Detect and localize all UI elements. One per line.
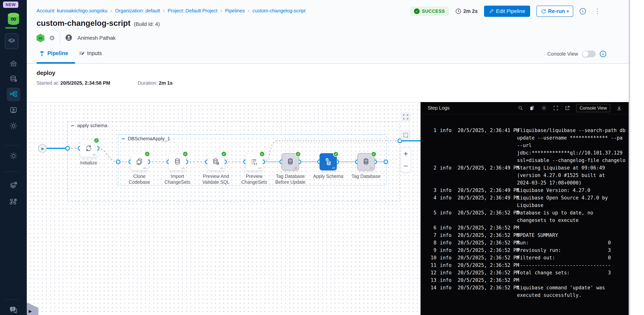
module-selector-button[interactable] xyxy=(5,33,18,49)
sidebar-divider xyxy=(4,172,19,172)
step-node-import-changesets[interactable]: ✓</> xyxy=(169,153,186,170)
help-chat-icon[interactable]: ? xyxy=(7,303,20,315)
group-dbschemaapply[interactable]: − DBSchemaApply_1 xyxy=(122,136,170,142)
more-options-menu[interactable]: ⋮ xyxy=(592,8,602,15)
log-level: info xyxy=(440,254,458,262)
collapse-icon[interactable]: − xyxy=(122,136,125,142)
pipeline-config-gear-icon[interactable]: ⚙ xyxy=(49,34,55,42)
log-level: info xyxy=(440,246,458,254)
sidebar-item-pipeline-settings[interactable] xyxy=(7,195,20,208)
tab-pipeline[interactable]: Pipeline xyxy=(39,50,68,56)
log-line-number: 5 xyxy=(427,209,436,216)
breadcrumb-link[interactable]: Pipelines xyxy=(225,8,245,14)
harness-dbops-logo-icon[interactable]: ∞ xyxy=(6,12,21,26)
template-code-icon: </> xyxy=(220,166,223,170)
run-duration: 2m 2s xyxy=(455,8,478,14)
breadcrumb-link[interactable]: Organization: default xyxy=(115,8,160,14)
marquee-select-button[interactable] xyxy=(401,130,411,140)
sidebar-item-executions[interactable] xyxy=(7,104,20,117)
step-node-clone-codebase[interactable]: ✓</> xyxy=(131,153,148,170)
sidebar-item-settings[interactable] xyxy=(7,119,20,132)
console-view-info-icon[interactable]: i xyxy=(600,51,606,57)
rerun-icon xyxy=(541,8,546,14)
log-row: 11 info 20/5/2025, 2:36:52 PM ----------… xyxy=(427,262,629,269)
step-success-icon: ✓ xyxy=(144,151,150,157)
sidebar-item-account-settings[interactable] xyxy=(7,149,20,162)
log-row: executed successfully. xyxy=(427,292,629,299)
template-code-icon: </> xyxy=(92,153,96,156)
edit-pipeline-button[interactable]: Edit Pipeline xyxy=(484,6,530,17)
log-timestamp: 20/5/2025, 2:36:49 PM xyxy=(458,186,517,194)
collapse-icon[interactable]: − xyxy=(71,123,74,128)
log-message: Starting Liquibase at 09:06:49 xyxy=(517,164,629,172)
rerun-button[interactable]: Re-run ▾ xyxy=(536,6,573,17)
log-message: /liquibase/liquibase --search-path db xyxy=(517,126,629,134)
log-copy-icon[interactable] xyxy=(529,105,535,111)
log-row: 13 info 20/5/2025, 2:36:52 PM xyxy=(427,276,629,284)
log-level: info xyxy=(440,269,458,276)
log-message: Total change sets: 3 xyxy=(517,269,629,276)
log-timestamp: 20/5/2025, 2:36:52 PM xyxy=(458,224,517,232)
step-success-icon: ✓ xyxy=(371,151,376,157)
step-node-preview-changesets[interactable]: ✓</> xyxy=(246,153,263,170)
breadcrumb-link[interactable]: Account: kurosakiichigo.songoku xyxy=(36,8,108,14)
expand-handle-icon: ▶ xyxy=(29,309,32,314)
step-logs-body[interactable]: 1 info 20/5/2025, 2:36:41 PM /liquibase/… xyxy=(420,114,629,315)
log-line-number: 4 xyxy=(427,194,436,202)
step-node-initialize[interactable]: ✓</> xyxy=(80,140,97,157)
log-level xyxy=(440,134,458,142)
inputs-tab-icon xyxy=(78,50,84,56)
log-open-new-tab-icon[interactable] xyxy=(564,105,570,111)
log-message: Database is up to date, no xyxy=(517,209,629,216)
log-row: changesets to execute xyxy=(427,216,629,224)
fit-to-screen-button[interactable] xyxy=(401,112,411,122)
log-search-icon[interactable] xyxy=(518,105,523,111)
sidebar-item-databases[interactable] xyxy=(7,72,20,86)
log-line-number: 10 xyxy=(427,254,436,262)
log-row: ssl=disable --changelog-file changelo xyxy=(427,156,629,164)
stage-start-node[interactable]: ▶ xyxy=(38,144,47,153)
log-console-view-button[interactable]: Console View xyxy=(576,104,610,112)
tab-inputs[interactable]: Inputs xyxy=(78,50,102,56)
log-row: 7 info 20/5/2025, 2:36:52 PM UPDATE SUMM… xyxy=(427,232,629,239)
step-node-tag-database[interactable]: ✓</> xyxy=(358,153,375,170)
console-view-toggle[interactable] xyxy=(582,50,596,57)
log-message: Previously run: 3 xyxy=(517,246,629,254)
breadcrumb-link[interactable]: Project: Default Project xyxy=(168,8,218,14)
log-message: (version 4.27.0 #1525 built at xyxy=(517,172,629,179)
step-logs-title: Step Logs xyxy=(428,105,450,111)
pencil-icon xyxy=(489,9,494,14)
log-download-icon[interactable] xyxy=(616,105,622,111)
log-fullscreen-icon[interactable] xyxy=(553,105,558,111)
log-timestamp: 20/5/2025, 2:36:41 PM xyxy=(458,126,517,134)
step-logs-header: Step Logs Console View xyxy=(420,102,629,114)
log-message: Liquibase command 'update' was xyxy=(517,284,629,292)
log-row: update --username ************* --pa xyxy=(427,134,629,142)
step-node-apply-schema[interactable]: ✓</> xyxy=(320,153,337,170)
step-success-icon: ✓ xyxy=(182,151,188,157)
group-apply-schema[interactable]: − apply schema xyxy=(71,123,107,128)
rerun-info-icon[interactable]: i xyxy=(580,8,586,14)
zoom-out-button[interactable]: − xyxy=(404,162,408,170)
step-node-preview-and-validate-sql[interactable]: ✓</> xyxy=(207,153,224,170)
log-timestamp xyxy=(458,179,517,186)
log-level: info xyxy=(440,194,458,202)
log-level: info xyxy=(440,232,458,239)
log-message: 2024-03-25 17:08+0000) xyxy=(517,179,629,186)
sidebar-item-environments[interactable] xyxy=(7,178,20,192)
log-settings-icon[interactable] xyxy=(541,105,547,111)
log-line-number: 11 xyxy=(427,262,436,269)
chevron-right-icon: › xyxy=(110,8,112,14)
ci-module-icon: ∞ xyxy=(36,34,44,42)
log-line-number xyxy=(427,156,436,164)
zoom-in-button[interactable]: + xyxy=(404,150,408,158)
step-success-icon: ✓ xyxy=(259,151,265,157)
log-timestamp xyxy=(458,142,517,149)
log-message: Run: 0 xyxy=(517,239,629,246)
breadcrumb-link[interactable]: custom-changelog-script xyxy=(252,8,306,14)
pipeline-canvas[interactable]: ▶ − apply schema − DBSchemaApply_1 ✓</>I… xyxy=(27,102,420,315)
svg-text:?: ? xyxy=(12,307,14,311)
sidebar-item-pipelines[interactable] xyxy=(7,88,20,101)
step-node-tag-database-before-update[interactable]: ✓</> xyxy=(282,153,299,170)
sidebar-item-home[interactable] xyxy=(7,57,20,70)
